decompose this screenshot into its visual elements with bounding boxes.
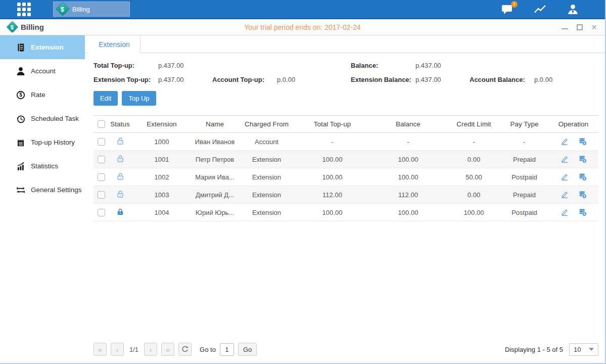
sidebar-item-extension[interactable]: Extension <box>0 35 85 59</box>
trial-notice: Your trial period ends on: 2017-02-24 <box>0 23 605 31</box>
sidebar-item-account[interactable]: Account <box>0 59 85 83</box>
edit-row-button[interactable] <box>561 138 569 146</box>
billing-window-icon: $ <box>6 21 18 33</box>
balance-cell: 100.00 <box>369 156 447 163</box>
displaying-info: Displaying 1 - 5 of 5 <box>505 346 563 353</box>
pay-type-cell: - <box>500 138 548 146</box>
unlocked-icon <box>116 190 124 198</box>
sidebar-item-rate[interactable]: $ Rate <box>0 83 85 107</box>
statistics-nav-button[interactable] <box>534 4 547 15</box>
sidebar-item-label: Scheduled Task <box>31 115 79 122</box>
next-page-button[interactable]: › <box>144 343 157 356</box>
edit-row-button[interactable] <box>561 208 569 216</box>
col-operation: Operation <box>548 120 598 128</box>
close-button[interactable]: × <box>591 24 597 31</box>
edit-button[interactable]: Edit <box>94 91 118 106</box>
table-row[interactable]: 1003 Дмитрий Д... Extension 112.00 112.0… <box>94 186 598 204</box>
goto-page-input[interactable] <box>220 343 234 356</box>
charged-from-cell: Account <box>238 138 296 146</box>
col-charged-from: Charged From <box>238 120 296 128</box>
window-controls: × <box>562 24 597 31</box>
topup-row-button[interactable] <box>579 208 587 216</box>
pay-type-cell: Prepaid <box>500 156 548 163</box>
extension-cell: 1001 <box>131 156 192 163</box>
sidebar-item-label: Extension <box>31 43 64 51</box>
sidebar-item-label: Statistics <box>31 162 58 170</box>
page-size-select[interactable]: 10 <box>569 343 598 356</box>
topup-row-button[interactable] <box>579 138 587 146</box>
maximize-button[interactable] <box>577 24 583 30</box>
pencil-icon <box>561 155 569 163</box>
total-topup-value: p.437.00 <box>158 62 184 69</box>
topup-row-button[interactable] <box>579 155 587 163</box>
prev-page-button[interactable]: ‹ <box>111 343 124 356</box>
extension-cell: 1003 <box>131 191 192 199</box>
extension-balance-label: Extension Balance: <box>351 76 415 83</box>
table-row[interactable]: 1001 Петр Петров Extension 100.00 100.00… <box>94 151 598 168</box>
tab-extension[interactable]: Extension <box>88 35 141 53</box>
row-checkbox[interactable] <box>98 209 105 216</box>
table-row[interactable]: 1000 Иван Иванов Account - - - - <box>94 133 598 151</box>
credit-limit-cell: 0.00 <box>447 156 500 163</box>
sidebar-item-topup-history[interactable]: Top-up History <box>0 130 85 154</box>
first-page-button[interactable]: « <box>94 343 107 356</box>
table-header: Status Extension Name Charged From Total… <box>94 115 598 133</box>
row-checkbox[interactable] <box>98 173 105 181</box>
notification-badge: ! <box>511 1 518 8</box>
col-credit-limit: Credit Limit <box>447 120 500 128</box>
top-up-button[interactable]: Top Up <box>122 91 156 106</box>
credit-limit-cell: 0.00 <box>447 191 500 199</box>
row-checkbox[interactable] <box>98 156 105 163</box>
table-row[interactable]: 1004 Юрий Юрь... Extension 100.00 100.00… <box>94 204 598 221</box>
name-cell: Иван Иванов <box>192 138 238 146</box>
messages-button[interactable]: ! <box>501 4 514 15</box>
edit-row-button[interactable] <box>561 173 569 181</box>
sidebar-item-label: Rate <box>31 91 45 99</box>
name-cell: Юрий Юрь... <box>192 209 238 216</box>
sidebar-item-general-settings[interactable]: General Settings <box>0 178 85 202</box>
action-buttons: Edit Top Up <box>94 91 598 106</box>
sidebar-item-scheduled-task[interactable]: Scheduled Task <box>0 107 85 130</box>
maximize-icon <box>577 24 583 30</box>
refresh-button[interactable] <box>178 343 192 356</box>
charged-from-cell: Extension <box>238 156 296 163</box>
charged-from-cell: Extension <box>238 173 296 181</box>
rate-icon: $ <box>16 90 25 100</box>
extension-cell: 1004 <box>131 209 192 216</box>
table-row[interactable]: 1002 Мария Ива... Extension 100.00 100.0… <box>94 168 598 186</box>
account-topup-label: Account Top-up: <box>212 76 277 83</box>
pagination: « ‹ 1/1 › » Go to Go <box>94 343 257 356</box>
app-grid-button[interactable] <box>17 3 31 16</box>
taskbar-item-billing[interactable]: $ Billing <box>53 2 130 17</box>
pencil-icon <box>561 191 569 199</box>
minimize-button[interactable] <box>562 25 568 29</box>
balance-cell: 112.00 <box>369 191 447 199</box>
tab-bar: Extension <box>85 35 605 53</box>
sidebar-item-statistics[interactable]: Statistics <box>0 154 85 178</box>
billing-app-icon: $ <box>56 2 70 16</box>
total-topup-cell: 100.00 <box>296 209 369 216</box>
row-checkbox[interactable] <box>98 138 105 146</box>
edit-row-button[interactable] <box>561 191 569 199</box>
row-checkbox[interactable] <box>98 191 105 199</box>
account-balance-value: p.0.00 <box>534 76 552 83</box>
locked-icon <box>116 208 124 216</box>
charged-from-cell: Extension <box>238 191 296 199</box>
taskbar-item-label: Billing <box>72 6 90 13</box>
coins-icon <box>579 138 587 146</box>
main-content: Extension Total Top-up:p.437.00 Balance:… <box>85 35 605 363</box>
balance-cell: 100.00 <box>369 173 447 181</box>
general-settings-icon <box>16 186 25 195</box>
topup-row-button[interactable] <box>579 173 587 181</box>
select-all-checkbox[interactable] <box>98 120 105 128</box>
topup-row-button[interactable] <box>579 191 587 199</box>
sidebar-item-label: Top-up History <box>31 139 75 146</box>
user-menu-button[interactable] <box>567 4 579 15</box>
last-page-button[interactable]: » <box>161 343 174 356</box>
go-button[interactable]: Go <box>238 343 257 356</box>
unlocked-icon <box>116 137 124 145</box>
credit-limit-cell: - <box>447 138 500 146</box>
balance-cell: - <box>369 138 447 146</box>
col-balance: Balance <box>369 120 447 128</box>
edit-row-button[interactable] <box>561 155 569 163</box>
